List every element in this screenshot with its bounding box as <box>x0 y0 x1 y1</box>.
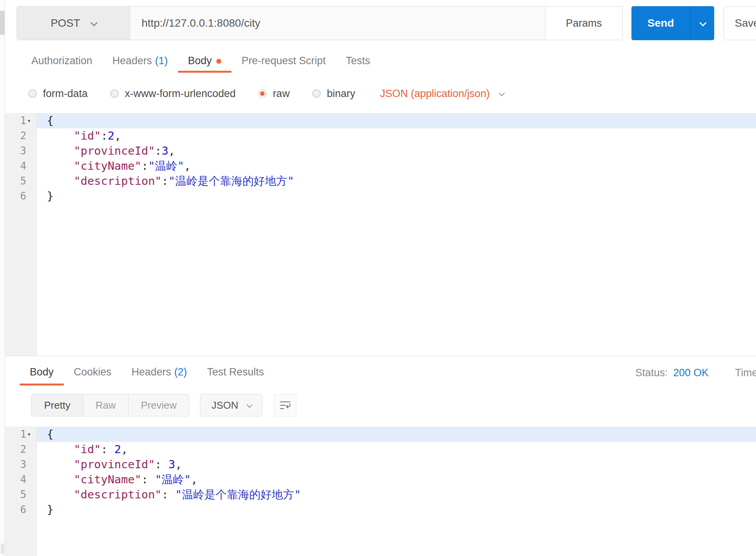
code-line[interactable]: 3 "provinceId": 3, <box>5 457 756 472</box>
request-url-bar: POST Params Send Save <box>17 6 756 40</box>
code-line[interactable]: 3 "provinceId":3, <box>5 143 756 159</box>
radio-form-data[interactable]: form-data <box>28 88 88 100</box>
line-number[interactable]: 5 <box>5 487 37 502</box>
headers-count-badge: (2) <box>174 366 187 378</box>
params-button[interactable]: Params <box>545 7 623 40</box>
fold-arrow-icon[interactable]: ▾ <box>26 427 36 442</box>
tab-cookies[interactable]: Cookies <box>64 360 122 385</box>
code-text[interactable]: "id": 2, <box>37 442 756 457</box>
radio-label: form-data <box>43 88 88 100</box>
radio-selected-icon <box>258 89 267 98</box>
code-text[interactable]: "provinceId": 3, <box>37 457 756 472</box>
tab-response-body[interactable]: Body <box>20 360 64 385</box>
radio-x-www-form-urlencoded[interactable]: x-www-form-urlencoded <box>110 88 236 100</box>
code-line[interactable]: 6} <box>5 502 756 517</box>
code-line[interactable]: 4 "cityName":"温岭", <box>5 159 756 174</box>
tab-tests[interactable]: Tests <box>336 50 380 73</box>
send-split-button: Send <box>631 6 714 40</box>
chevron-down-icon <box>499 90 505 96</box>
line-number[interactable]: 5 <box>5 174 37 189</box>
code-text[interactable]: } <box>37 189 756 204</box>
tab-headers[interactable]: Headers(1) <box>103 50 178 73</box>
response-meta: Status: 200 OK Time: <box>635 360 756 385</box>
view-label: Preview <box>141 399 176 411</box>
tab-authorization[interactable]: Authorization <box>21 50 103 73</box>
radio-raw[interactable]: raw <box>258 88 290 100</box>
code-text[interactable]: "cityName":"温岭", <box>37 159 756 174</box>
body-has-content-dot <box>216 59 221 64</box>
code-line[interactable]: 1▾{ <box>5 427 756 442</box>
tab-label: Body <box>188 55 212 67</box>
save-button[interactable]: Save <box>724 6 756 40</box>
editor-empty-area[interactable] <box>5 517 756 556</box>
response-format-dropdown[interactable]: JSON <box>200 394 262 416</box>
response-toolbar: Pretty Raw Preview JSON <box>31 394 756 416</box>
view-label: Raw <box>96 399 116 411</box>
tab-label: Cookies <box>74 366 112 378</box>
response-view-toggle: Pretty Raw Preview <box>31 394 189 416</box>
line-number[interactable]: 2 <box>5 442 37 457</box>
code-text[interactable]: "description":"温岭是个靠海的好地方" <box>37 174 756 189</box>
code-line[interactable]: 2 "id":2, <box>5 128 756 143</box>
line-number[interactable]: 4 <box>5 159 37 174</box>
fold-arrow-icon[interactable]: ▾ <box>26 113 36 128</box>
tab-body[interactable]: Body <box>178 50 232 73</box>
line-number[interactable]: 3 <box>5 143 37 159</box>
line-number[interactable]: 1▾ <box>5 113 37 128</box>
code-text[interactable]: "provinceId":3, <box>37 143 756 159</box>
response-section: Body Cookies Headers(2) Test Results Sta… <box>5 356 756 556</box>
tab-label: Tests <box>346 55 370 67</box>
tab-test-results[interactable]: Test Results <box>197 360 274 385</box>
send-options-button[interactable] <box>690 6 714 40</box>
tab-label: Authorization <box>31 55 92 67</box>
radio-label: binary <box>327 88 356 100</box>
response-tabs: Body Cookies Headers(2) Test Results Sta… <box>5 356 756 385</box>
url-input[interactable] <box>130 7 545 40</box>
radio-circle-icon <box>312 89 321 98</box>
send-button[interactable]: Send <box>631 6 690 40</box>
content-type-dropdown[interactable]: JSON (application/json) <box>380 88 503 100</box>
tab-pre-request-script[interactable]: Pre-request Script <box>231 50 336 73</box>
view-preview-button[interactable]: Preview <box>128 394 189 416</box>
code-text[interactable]: { <box>37 427 756 442</box>
tab-response-headers[interactable]: Headers(2) <box>121 360 197 385</box>
line-number[interactable]: 2 <box>5 128 37 143</box>
wrap-text-button[interactable] <box>274 394 296 416</box>
sidebar-edge-handle[interactable] <box>0 11 5 35</box>
time-label: Time: <box>735 367 756 379</box>
code-line[interactable]: 6} <box>5 189 756 204</box>
code-line[interactable]: 5 "description": "温岭是个靠海的好地方" <box>5 487 756 502</box>
code-line[interactable]: 1▾{ <box>5 113 756 128</box>
response-body-editor[interactable]: 1▾{2 "id": 2,3 "provinceId": 3,4 "cityNa… <box>5 426 756 556</box>
line-number[interactable]: 6 <box>5 189 37 204</box>
wrap-text-icon <box>279 400 291 410</box>
tab-label: Headers <box>113 55 152 67</box>
code-text[interactable]: { <box>37 113 756 128</box>
status-label: Status: <box>635 367 668 379</box>
code-line[interactable]: 2 "id": 2, <box>5 442 756 457</box>
method-select[interactable]: POST <box>17 7 130 40</box>
code-line[interactable]: 4 "cityName": "温岭", <box>5 472 756 487</box>
view-raw-button[interactable]: Raw <box>83 394 128 416</box>
save-label: Save <box>735 17 756 29</box>
line-number[interactable]: 6 <box>5 502 37 517</box>
line-number[interactable]: 4 <box>5 472 37 487</box>
code-text[interactable]: "cityName": "温岭", <box>37 472 756 487</box>
editor-empty-area[interactable] <box>5 204 756 356</box>
params-label: Params <box>566 17 602 29</box>
headers-count-badge: (1) <box>155 55 168 67</box>
code-text[interactable]: "description": "温岭是个靠海的好地方" <box>37 487 756 502</box>
line-number[interactable]: 3 <box>5 457 37 472</box>
tab-label: Test Results <box>207 366 264 378</box>
request-body-editor[interactable]: 1▾{2 "id":2,3 "provinceId":3,4 "cityName… <box>5 113 756 356</box>
method-label: POST <box>51 17 80 29</box>
url-group: POST Params <box>17 6 623 40</box>
code-text[interactable]: } <box>37 502 756 517</box>
view-label: Pretty <box>44 399 70 411</box>
view-pretty-button[interactable]: Pretty <box>32 394 83 416</box>
line-number[interactable]: 1▾ <box>5 427 37 442</box>
radio-binary[interactable]: binary <box>312 88 356 100</box>
format-label: JSON <box>211 399 238 411</box>
code-text[interactable]: "id":2, <box>37 128 756 143</box>
code-line[interactable]: 5 "description":"温岭是个靠海的好地方" <box>5 174 756 189</box>
